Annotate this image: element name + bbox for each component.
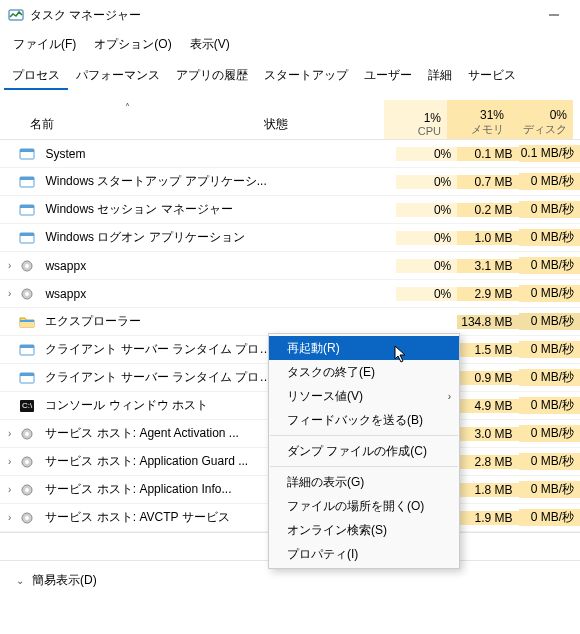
process-icon: [19, 342, 35, 358]
taskmgr-icon: [8, 7, 24, 23]
minimize-button[interactable]: [536, 0, 572, 30]
process-disk: 0 MB/秒: [519, 425, 580, 442]
chevron-down-icon: ⌄: [16, 575, 24, 586]
process-row[interactable]: Windows スタートアップ アプリケーシ...0%0.7 MB0 MB/秒: [0, 168, 580, 196]
process-row[interactable]: ›wsappx0%3.1 MB0 MB/秒: [0, 252, 580, 280]
expand-toggle[interactable]: ›: [0, 484, 19, 495]
ctx-go-to-details[interactable]: 詳細の表示(G): [269, 470, 459, 494]
sort-asc-icon: ˄: [120, 102, 134, 113]
menu-view[interactable]: 表示(V): [181, 32, 239, 57]
process-mem: 3.1 MB: [457, 259, 518, 273]
ctx-resources[interactable]: リソース値(V)›: [269, 384, 459, 408]
ctx-open-location[interactable]: ファイルの場所を開く(O): [269, 494, 459, 518]
chevron-right-icon: ›: [448, 391, 451, 402]
tab-services[interactable]: サービス: [460, 63, 524, 90]
process-disk: 0 MB/秒: [519, 481, 580, 498]
process-disk: 0 MB/秒: [519, 257, 580, 274]
process-mem: 0.1 MB: [457, 147, 518, 161]
tab-performance[interactable]: パフォーマンス: [68, 63, 168, 90]
process-name: コンソール ウィンドウ ホスト: [41, 397, 273, 414]
context-menu: 再起動(R) タスクの終了(E) リソース値(V)› フィードバックを送る(B)…: [268, 333, 460, 569]
process-icon: [19, 146, 35, 162]
process-name: サービス ホスト: AVCTP サービス: [41, 509, 273, 526]
menu-file[interactable]: ファイル(F): [4, 32, 85, 57]
col-header-mem[interactable]: 31% メモリ: [447, 100, 510, 139]
process-name: クライアント サーバー ランタイム プロセス: [41, 369, 273, 386]
expand-toggle[interactable]: ›: [0, 428, 19, 439]
expand-toggle[interactable]: ›: [0, 260, 19, 271]
ctx-properties[interactable]: プロパティ(I): [269, 542, 459, 566]
process-name: サービス ホスト: Application Info...: [41, 481, 273, 498]
process-row[interactable]: ›wsappx0%2.9 MB0 MB/秒: [0, 280, 580, 308]
mem-label: メモリ: [471, 122, 504, 137]
svg-point-11: [25, 264, 29, 268]
process-name: クライアント サーバー ランタイム プロセス: [41, 341, 273, 358]
svg-point-27: [25, 488, 29, 492]
process-mem: 134.8 MB: [457, 315, 518, 329]
process-cpu: 0%: [396, 147, 457, 161]
svg-rect-5: [20, 177, 34, 180]
process-disk: 0 MB/秒: [519, 369, 580, 386]
process-mem: 3.0 MB: [457, 427, 518, 441]
process-cpu: 0%: [396, 175, 457, 189]
process-disk: 0 MB/秒: [519, 229, 580, 246]
svg-rect-3: [20, 149, 34, 152]
svg-rect-9: [20, 233, 34, 236]
tab-processes[interactable]: プロセス: [4, 63, 68, 90]
process-name: wsappx: [41, 287, 273, 301]
process-cpu: 0%: [396, 287, 457, 301]
process-row[interactable]: Windows ログオン アプリケーション0%1.0 MB0 MB/秒: [0, 224, 580, 252]
process-name: サービス ホスト: Agent Activation ...: [41, 425, 273, 442]
ctx-separator: [270, 435, 458, 436]
process-row[interactable]: Windows セッション マネージャー0%0.2 MB0 MB/秒: [0, 196, 580, 224]
ctx-create-dump[interactable]: ダンプ ファイルの作成(C): [269, 439, 459, 463]
process-icon: [19, 482, 35, 498]
process-mem: 1.5 MB: [457, 343, 518, 357]
tab-details[interactable]: 詳細: [420, 63, 460, 90]
ctx-end-task[interactable]: タスクの終了(E): [269, 360, 459, 384]
disk-label: ディスク: [523, 122, 567, 137]
cursor-icon: [394, 345, 408, 363]
process-row[interactable]: System0%0.1 MB0.1 MB/秒: [0, 140, 580, 168]
svg-rect-17: [20, 345, 34, 348]
process-icon: [19, 202, 35, 218]
process-name: System: [41, 147, 273, 161]
process-icon: [19, 258, 35, 274]
process-mem: 1.8 MB: [457, 483, 518, 497]
cpu-label: CPU: [418, 125, 441, 137]
col-header-status[interactable]: 状態: [258, 116, 384, 139]
mem-total-pct: 31%: [480, 108, 504, 122]
ctx-search-online[interactable]: オンライン検索(S): [269, 518, 459, 542]
process-icon: [19, 426, 35, 442]
process-icon: [19, 454, 35, 470]
titlebar: タスク マネージャー: [0, 0, 580, 30]
process-mem: 2.8 MB: [457, 455, 518, 469]
tab-startup[interactable]: スタートアップ: [256, 63, 356, 90]
tab-users[interactable]: ユーザー: [356, 63, 420, 90]
cpu-total-pct: 1%: [424, 111, 441, 125]
ctx-restart[interactable]: 再起動(R): [269, 336, 459, 360]
process-disk: 0 MB/秒: [519, 509, 580, 526]
col-header-disk[interactable]: 0% ディスク: [510, 100, 573, 139]
tab-app-history[interactable]: アプリの履歴: [168, 63, 256, 90]
process-cpu: 0%: [396, 203, 457, 217]
ctx-feedback[interactable]: フィードバックを送る(B): [269, 408, 459, 432]
expand-toggle[interactable]: ›: [0, 512, 19, 523]
process-disk: 0 MB/秒: [519, 397, 580, 414]
menu-options[interactable]: オプション(O): [85, 32, 180, 57]
process-mem: 1.9 MB: [457, 511, 518, 525]
col-header-cpu[interactable]: 1% CPU: [384, 100, 447, 139]
svg-rect-19: [20, 373, 34, 376]
svg-point-13: [25, 292, 29, 296]
process-disk: 0 MB/秒: [519, 453, 580, 470]
expand-toggle[interactable]: ›: [0, 456, 19, 467]
process-name: エクスプローラー: [41, 313, 273, 330]
process-mem: 0.2 MB: [457, 203, 518, 217]
simple-view-button[interactable]: 簡易表示(D): [32, 572, 97, 589]
process-icon: [19, 230, 35, 246]
process-icon: [19, 370, 35, 386]
process-mem: 0.9 MB: [457, 371, 518, 385]
tab-bar: プロセス パフォーマンス アプリの履歴 スタートアップ ユーザー 詳細 サービス: [0, 63, 580, 94]
expand-toggle[interactable]: ›: [0, 288, 19, 299]
process-row[interactable]: エクスプローラー134.8 MB0 MB/秒: [0, 308, 580, 336]
